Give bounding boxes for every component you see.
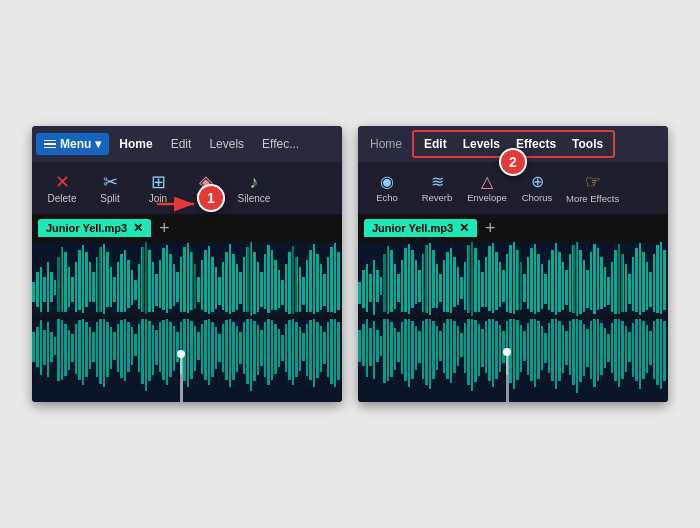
svg-rect-356 [604,328,606,368]
svg-rect-216 [446,252,449,312]
svg-rect-31 [134,280,137,300]
chorus-icon: ⊕ [531,174,544,190]
svg-rect-294 [387,319,389,381]
svg-rect-327 [502,331,505,363]
left-nav-bar: Menu ▾ Home Edit Levels Effec... [32,126,342,162]
menu-button[interactable]: Menu ▾ [36,133,109,155]
svg-rect-122 [117,324,119,372]
svg-rect-165 [267,319,270,385]
svg-rect-78 [299,267,301,312]
svg-rect-234 [509,245,512,313]
step1-number: 1 [207,190,215,206]
svg-rect-280 [423,242,427,317]
svg-rect-214 [439,274,442,302]
svg-rect-3 [36,272,39,307]
svg-rect-194 [369,274,372,302]
svg-rect-37 [155,274,158,306]
svg-rect-141 [183,319,186,381]
right-track-close[interactable]: ✕ [459,222,469,234]
svg-rect-274 [649,272,652,307]
svg-rect-346 [569,321,571,375]
right-nav-tools[interactable]: Tools [564,133,611,155]
svg-rect-81 [309,250,312,312]
svg-rect-332 [520,325,522,372]
right-track-tab[interactable]: Junior Yell.mp3 ✕ [364,219,477,237]
svg-rect-341 [551,319,554,381]
svg-rect-245 [548,260,550,310]
svg-rect-55 [218,277,221,305]
svg-rect-124 [124,319,126,381]
split-tool[interactable]: ✂ Split [88,171,132,206]
svg-rect-289 [369,328,372,366]
svg-rect-371 [656,319,659,385]
svg-rect-107 [64,324,67,376]
svg-rect-312 [450,319,452,383]
hamburger-icon [44,140,56,149]
svg-rect-290 [373,321,375,379]
join-tool[interactable]: ⊞ Join [136,171,180,206]
reverb-tool[interactable]: ≋ Reverb [412,172,462,205]
delete-tool[interactable]: ✕ Delete [40,171,84,206]
svg-rect-60 [236,264,238,310]
svg-rect-79 [302,277,305,305]
svg-rect-205 [408,244,410,314]
chorus-label: Chorus [522,192,553,203]
right-nav-home[interactable]: Home [362,133,410,155]
left-toolbar: ✕ Delete ✂ Split ⊞ Join ◈ Trim ♪ Silence [32,162,342,214]
echo-tool[interactable]: ◉ Echo [362,172,412,205]
svg-rect-167 [274,324,277,374]
svg-rect-28 [124,250,126,312]
reverb-icon: ≋ [431,174,444,190]
svg-rect-264 [614,250,617,314]
svg-rect-233 [506,254,508,312]
svg-rect-118 [103,319,105,387]
svg-rect-14 [75,262,77,312]
more-effects-tool[interactable]: ☞ More Effects [562,171,623,206]
nav-tab-edit[interactable]: Edit [163,133,200,155]
svg-rect-153 [225,320,228,380]
svg-rect-73 [281,280,284,305]
delete-label: Delete [48,193,77,204]
svg-rect-111 [78,320,81,380]
svg-rect-227 [485,257,487,307]
nav-tab-levels[interactable]: Levels [201,133,252,155]
svg-rect-244 [544,274,547,304]
silence-tool[interactable]: ♪ Silence [232,171,276,206]
envelope-label: Envelope [467,192,507,203]
svg-rect-309 [439,331,442,361]
chorus-tool[interactable]: ⊕ Chorus [512,172,562,205]
svg-rect-121 [113,332,116,360]
svg-rect-136 [166,319,168,385]
svg-rect-135 [162,320,165,380]
svg-rect-368 [646,325,648,373]
split-icon: ✂ [103,173,118,191]
left-add-track[interactable]: + [155,218,174,239]
svg-rect-195 [373,260,375,315]
right-nav-edit[interactable]: Edit [416,133,455,155]
left-track-close[interactable]: ✕ [133,222,143,234]
svg-rect-310 [443,323,445,373]
svg-rect-82 [313,244,315,314]
right-nav-levels[interactable]: Levels [455,133,508,155]
svg-rect-300 [408,319,410,387]
svg-rect-208 [418,270,421,302]
left-track-tab[interactable]: Junior Yell.mp3 ✕ [38,219,151,237]
svg-rect-173 [295,322,298,377]
right-add-track[interactable]: + [481,218,500,239]
svg-rect-27 [120,254,123,312]
svg-rect-279 [383,242,388,317]
svg-rect-80 [306,260,308,312]
svg-rect-143 [190,321,193,379]
envelope-tool[interactable]: △ Envelope [462,172,512,205]
svg-rect-311 [446,319,449,379]
nav-tab-home[interactable]: Home [111,133,160,155]
svg-rect-217 [450,248,452,313]
svg-rect-49 [197,277,200,302]
svg-rect-243 [541,264,543,309]
nav-tab-effects-short[interactable]: Effec... [254,133,307,155]
svg-rect-324 [492,319,494,387]
svg-rect-46 [187,243,189,313]
echo-icon: ◉ [380,174,394,190]
svg-rect-308 [436,326,438,370]
svg-rect-281 [468,242,474,317]
